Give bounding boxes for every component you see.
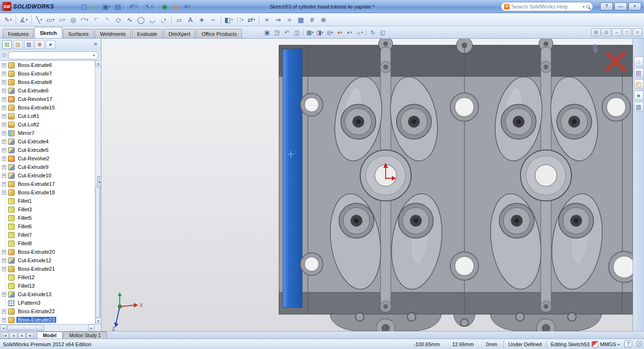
displaymanager-tab[interactable]: ●	[46, 40, 55, 49]
tree-item[interactable]: Fillet8	[0, 239, 95, 248]
expand-toggle[interactable]: +	[2, 114, 6, 118]
expand-toggle[interactable]: +	[2, 80, 6, 84]
selected-face-highlight[interactable]	[283, 49, 302, 307]
propertymanager-tab[interactable]: ▤	[13, 40, 23, 49]
expand-toggle[interactable]	[2, 216, 6, 220]
corner-rectangle-icon[interactable]: ▭	[45, 14, 56, 25]
tree-item[interactable]: + Cut-Extrude10	[0, 171, 95, 180]
tree-item[interactable]: + Cut-Revolve2	[0, 154, 95, 163]
plane-icon[interactable]: ▱	[173, 14, 185, 25]
tree-item[interactable]: + Boss-Extrude20	[0, 248, 95, 256]
tree-item[interactable]: Fillet3	[0, 205, 95, 214]
point-icon[interactable]: ∗	[196, 14, 207, 25]
zoom-area-icon[interactable]: ◳	[272, 28, 282, 37]
quick-tips-button[interactable]: ?	[624, 341, 632, 348]
expand-toggle[interactable]: +	[2, 148, 6, 152]
display-style-icon[interactable]: ◨	[315, 28, 325, 37]
manager-tabs-overflow[interactable]: »	[94, 41, 97, 47]
command-tab[interactable]: Features	[3, 29, 33, 38]
hide-show-items-icon[interactable]: ◎	[325, 28, 335, 37]
options-icon[interactable]: ≡	[182, 1, 193, 12]
tangent-arc-icon[interactable]: ◜	[90, 14, 101, 25]
trim-entities-icon[interactable]: ×	[261, 14, 272, 25]
expand-toggle[interactable]: +	[2, 131, 6, 135]
new-document-icon[interactable]: ▢	[78, 1, 90, 12]
sketch-picture-icon[interactable]: ▦	[295, 14, 306, 25]
vertical-scroll-thumb[interactable]	[96, 185, 100, 317]
expand-toggle[interactable]	[2, 224, 6, 229]
tree-vertical-scrollbar[interactable]: ▲ ▼	[95, 60, 101, 324]
tree-item[interactable]: Fillet5	[0, 214, 95, 222]
command-tab[interactable]: Surfaces	[63, 29, 94, 38]
design-library-icon[interactable]: ▤	[634, 68, 644, 77]
cylinder-head-model[interactable]	[279, 39, 633, 331]
tree-filter-input[interactable]: ▾	[8, 51, 99, 59]
help-search-box[interactable]: ? ▾	[501, 2, 593, 11]
horizontal-scroll-thumb[interactable]	[7, 325, 44, 331]
toolbar-button[interactable]	[171, 15, 172, 25]
expand-toggle[interactable]: +	[2, 174, 6, 178]
sketch-icon[interactable]: ✎	[2, 14, 14, 25]
expand-toggle[interactable]: +	[2, 182, 6, 186]
headsup-button[interactable]	[303, 29, 304, 36]
tree-item[interactable]: + Boss-Extrude22	[0, 307, 95, 316]
expand-toggle[interactable]: +	[2, 63, 6, 67]
doc-minimize-button[interactable]: –	[612, 28, 621, 36]
expand-toggle[interactable]: +	[2, 123, 6, 127]
rotate-view-icon[interactable]: ↻	[368, 28, 378, 37]
tree-item[interactable]: + Boss-Extrude8	[0, 78, 95, 86]
tree-item[interactable]: Fillet1	[0, 197, 95, 205]
file-properties-icon[interactable]: ▥	[170, 1, 182, 12]
file-explorer-icon[interactable]: ◰	[634, 79, 644, 89]
toolbar-button[interactable]	[157, 2, 157, 11]
resize-grip[interactable]	[636, 341, 643, 348]
expand-toggle[interactable]: +	[2, 318, 6, 322]
tree-item[interactable]: + Boss-Extrude21	[0, 265, 95, 273]
expand-toggle[interactable]	[2, 208, 6, 212]
tree-item[interactable]: + Boss-Extrude6	[0, 61, 95, 69]
expand-toggle[interactable]: +	[2, 267, 6, 271]
tree-item[interactable]: + Boss-Extrude7	[0, 69, 95, 78]
tree-item[interactable]: + Boss-Extrude23	[0, 316, 95, 324]
dimxpertmanager-tab[interactable]: ⊕	[35, 40, 44, 49]
next-tab-button[interactable]: ►	[18, 332, 26, 339]
tree-item[interactable]: + Cut-Extrude5	[0, 146, 95, 154]
scroll-up-arrow[interactable]: ▲	[95, 60, 101, 66]
unit-system-selector[interactable]: MMGS ▴	[600, 341, 619, 347]
headsup-button[interactable]	[366, 29, 366, 36]
expand-toggle[interactable]	[2, 199, 6, 203]
expand-toggle[interactable]: +	[2, 292, 6, 297]
view-orientation-icon[interactable]: ▦	[305, 28, 315, 37]
print-icon[interactable]: ▤	[112, 1, 124, 12]
save-icon[interactable]: ▣	[101, 1, 112, 12]
expand-toggle[interactable]: +	[2, 106, 6, 110]
toolbar-button[interactable]	[16, 15, 16, 25]
move-entities-icon[interactable]: ⇄	[246, 14, 257, 25]
edit-appearance-icon[interactable]: ●	[335, 28, 345, 37]
solidworks-resources-icon[interactable]: ⌂	[634, 57, 644, 66]
tree-item[interactable]: Fillet6	[0, 222, 95, 231]
doc-close-button[interactable]: ×	[633, 28, 642, 36]
first-tab-button[interactable]: |◄	[1, 332, 9, 339]
grid-system-icon[interactable]: #	[306, 14, 318, 25]
tree-item[interactable]: + Boss-Extrude18	[0, 188, 95, 197]
polygon-icon[interactable]: ◇	[113, 14, 124, 25]
tree-item[interactable]: Fillet13	[0, 282, 95, 290]
sketch-fillet-icon[interactable]: ◟	[158, 14, 169, 25]
tree-item[interactable]: + Cut-Loft1	[0, 112, 95, 120]
prev-tab-button[interactable]: ◄	[9, 332, 17, 339]
open-icon[interactable]: ◳	[90, 1, 101, 12]
view-settings-icon[interactable]: ☼	[355, 28, 364, 37]
apply-scene-icon[interactable]: ◐	[345, 28, 355, 37]
previous-view-icon[interactable]: ↶	[282, 28, 292, 37]
three-point-arc-icon[interactable]: ◝	[101, 14, 113, 25]
tree-item[interactable]: + Cut-Revolve17	[0, 95, 95, 103]
document-tab[interactable]: Model	[37, 332, 63, 339]
toolbar-button[interactable]	[221, 15, 221, 25]
minimize-button[interactable]: —	[614, 2, 627, 10]
command-tab[interactable]: Weldments	[95, 29, 131, 38]
model-bottom-band[interactable]	[279, 292, 633, 314]
tree-item[interactable]: + Cut-Extrude12	[0, 256, 95, 265]
filter-dropdown-icon[interactable]: ▾	[93, 53, 95, 58]
spline-icon[interactable]: ∿	[124, 14, 135, 25]
